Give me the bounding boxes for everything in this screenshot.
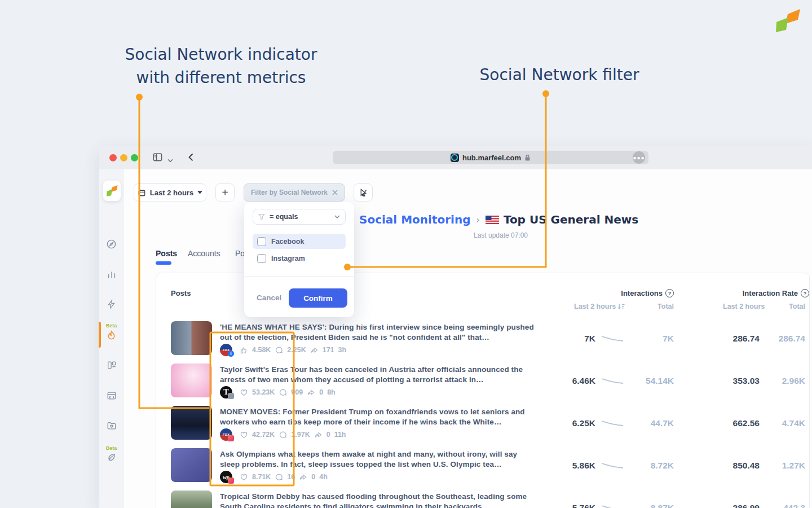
back-button[interactable] [186,152,196,165]
comments-count: 2.25K [287,346,306,354]
app-logo[interactable] [103,181,121,201]
likes-count: 42.72K [252,431,275,439]
sidebar-item-site-code[interactable] [99,391,124,401]
browser-window: hub.marfeel.com ●●● Beta [99,146,812,508]
likes-count: 53.23K [252,388,275,396]
comments-icon [279,388,287,397]
annotation-right: Social Network filter [457,63,662,86]
social-network-filter-chip[interactable]: Filter by Social Network [244,183,345,202]
share-icon [310,346,319,354]
column-header-interaction-rate[interactable]: Interaction Rate ? [652,289,809,297]
heart-icon [240,473,248,481]
table-row[interactable]: Ask Olympians what keeps them awake at n… [156,448,809,491]
sidebar-item-analytics[interactable] [99,270,124,280]
post-title: Taylor Swift's Eras Tour has been cancel… [220,365,536,384]
post-meta: wp f 8.71K 16 0 4h [220,471,328,483]
active-tab-indicator [156,261,171,265]
filter-chip-label: Filter by Social Network [251,189,328,196]
sidebar-active-indicator [99,322,101,348]
sidebar-item-collections[interactable] [99,421,124,431]
annotation-left-line1: Social Network indicator [125,45,317,64]
us-flag-icon [486,216,499,224]
breadcrumb: Social Monitoring › Top US General News [359,213,638,226]
interactions-last2h-value: 5.76K [528,502,595,508]
close-icon[interactable] [332,190,338,195]
subheader-interactions-last2h[interactable]: Last 2 hours [574,303,625,310]
close-window-button[interactable] [109,154,117,161]
filter-option-instagram[interactable]: Instagram [253,251,346,266]
address-url: hub.marfeel.com [462,154,521,162]
instagram-gray-badge-icon [228,393,234,399]
sidebar-item-explore[interactable] [99,239,124,249]
post-age: 4h [319,473,328,481]
likes-count: 8.71K [252,473,271,481]
heart-icon [240,388,248,397]
source-avatar-wrap: FOX f [220,428,233,441]
post-thumbnail [171,448,212,482]
caret-down-icon [197,191,202,194]
confirm-button[interactable]: Confirm [289,288,347,308]
interactions-total-value: 8.87K [606,502,674,508]
disable-cursor-button[interactable] [354,183,373,202]
interactions-total-value: 44.7K [606,418,674,429]
post-thumbnail [171,491,212,508]
sidebar-item-boards[interactable] [99,360,124,370]
rate-total-value: 442.3 [738,502,805,508]
comments-count: 16 [287,473,295,481]
social-network-filter-panel: = equals Facebook Instagram Cancel Confi… [244,202,354,317]
table-row[interactable]: MONEY MOVES: Former President Trump on f… [156,406,809,448]
subheader-rate-last2h[interactable]: Last 2 hours [723,303,765,310]
address-bar[interactable]: hub.marfeel.com [333,151,648,164]
post-thumbnail [171,321,212,355]
chevron-down-icon[interactable] [167,155,173,165]
subheader-rate-total[interactable]: Total [760,303,805,310]
lock-icon [524,154,531,161]
column-header-interactions[interactable]: Interactions ? [517,289,674,297]
site-favicon-icon [451,154,459,162]
cursor-slash-icon [359,188,368,198]
comments-icon [275,346,283,354]
post-meta: T f 53.23K 909 0 8h [220,386,336,398]
subheader-interactions-total[interactable]: Total [629,303,674,310]
tab-accounts[interactable]: Accounts [188,249,220,258]
operator-select[interactable]: = equals [253,209,346,225]
rate-total-value: 2.96K [738,375,805,387]
zoom-window-button[interactable] [131,154,138,161]
add-filter-button[interactable]: + [215,183,235,202]
instagram-badge-icon [228,435,234,441]
share-icon [307,388,315,397]
post-rows: 'HE MEANS WHAT HE SAYS': During his firs… [156,321,809,508]
rate-total-value: 4.74K [738,418,805,429]
interactions-last2h-value: 5.86K [528,460,595,471]
cancel-button[interactable]: Cancel [257,294,281,302]
app-sidebar: Beta Beta [99,169,124,508]
sidebar-item-realtime[interactable] [99,299,124,309]
sidebar-toggle-icon[interactable] [152,152,163,165]
tab-posts[interactable]: Posts [156,249,177,258]
beta-badge: Beta [99,445,124,451]
heart-icon [240,431,248,439]
filter-option-facebook[interactable]: Facebook [253,234,346,249]
instagram-badge-icon [228,478,234,484]
beta-badge: Beta [99,323,124,329]
source-avatar-wrap: FOX f [220,344,233,356]
rate-total-value: 286.74 [738,333,805,344]
interactions-last2h-value: 7K [528,333,595,344]
table-row[interactable]: Taylor Swift's Eras Tour has been cancel… [156,364,809,406]
instagram-checkbox[interactable] [257,254,266,263]
help-icon[interactable]: ? [801,289,809,297]
time-range-button[interactable]: Last 2 hours [134,183,206,202]
likes-count: 4.58K [252,346,271,354]
share-icon [299,473,307,481]
shares-count: 0 [326,431,330,439]
interactions-total-value: 7K [606,333,674,344]
sidebar-item-green[interactable] [99,452,124,462]
facebook-checkbox[interactable] [257,237,266,246]
sidebar-item-trending[interactable] [99,330,124,341]
tab-pages[interactable]: Po [235,249,245,258]
table-row[interactable]: 'HE MEANS WHAT HE SAYS': During his firs… [156,321,809,364]
breadcrumb-section-link[interactable]: Social Monitoring [359,213,470,226]
browser-more-button[interactable]: ●●● [633,151,645,164]
minimize-window-button[interactable] [120,154,127,161]
table-row[interactable]: Tropical Storm Debby has caused flooding… [156,491,809,508]
